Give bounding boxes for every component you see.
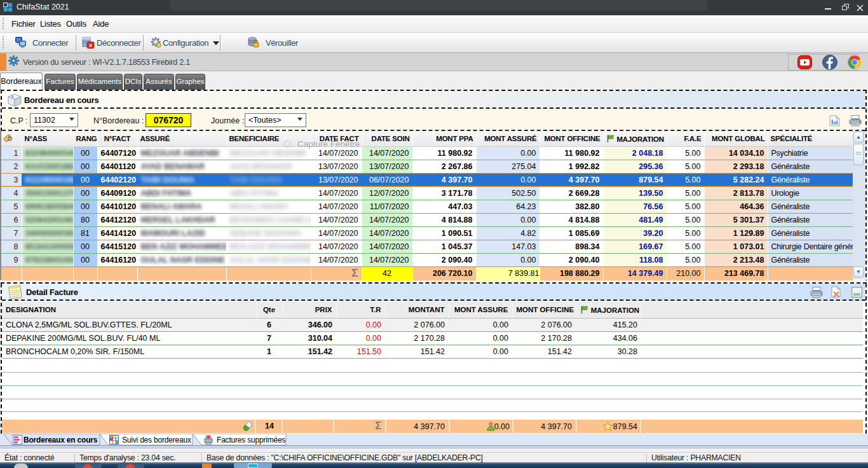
svg-text:x: x xyxy=(89,42,92,48)
